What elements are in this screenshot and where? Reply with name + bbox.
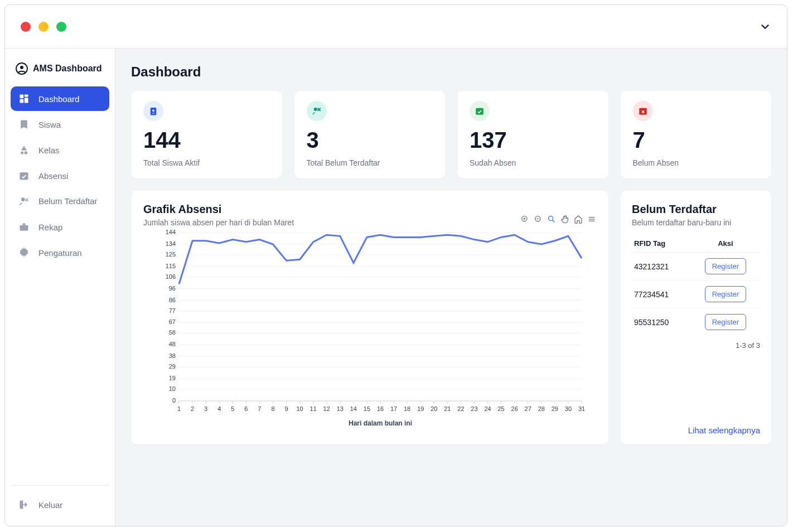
page-title: Dashboard bbox=[131, 64, 771, 80]
sidebar-item-label: Dashboard bbox=[38, 94, 79, 104]
logout-button[interactable]: Keluar bbox=[11, 494, 109, 516]
svg-rect-4 bbox=[25, 98, 28, 103]
see-more-link[interactable]: Lihat selengkapnya bbox=[688, 425, 760, 435]
svg-text:26: 26 bbox=[511, 405, 518, 412]
stat-label: Total Belum Terdaftar bbox=[307, 158, 433, 167]
logout-label: Keluar bbox=[38, 500, 62, 510]
svg-point-6 bbox=[23, 122, 25, 124]
col-rfid: RFID Tag bbox=[632, 235, 691, 253]
badge-icon bbox=[143, 101, 163, 121]
home-icon[interactable] bbox=[574, 215, 583, 224]
register-button[interactable]: Register bbox=[705, 258, 746, 274]
table-row: 43212321 Register bbox=[632, 253, 760, 280]
svg-text:15: 15 bbox=[364, 405, 370, 412]
register-button[interactable]: Register bbox=[705, 314, 746, 330]
table-row: 95531250 Register bbox=[632, 308, 760, 336]
stat-label: Sudah Absen bbox=[470, 158, 596, 167]
svg-text:125: 125 bbox=[166, 251, 176, 258]
zoom-in-icon[interactable] bbox=[520, 215, 529, 224]
sidebar-item-pengaturan[interactable]: Pengaturan bbox=[11, 240, 109, 265]
svg-text:30: 30 bbox=[565, 405, 572, 412]
brand-name: AMS Dashboard bbox=[33, 64, 102, 74]
close-window-icon[interactable] bbox=[21, 22, 31, 32]
svg-text:20: 20 bbox=[431, 405, 437, 412]
stat-value: 137 bbox=[470, 128, 596, 153]
sidebar: AMS Dashboard Dashboard Siswa Kelas Abs bbox=[5, 49, 115, 526]
stat-card-belum-absen: 7 Belum Absen bbox=[621, 91, 772, 178]
rfid-tag: 77234541 bbox=[632, 280, 691, 308]
svg-text:12: 12 bbox=[323, 405, 330, 412]
stat-card-belum-terdaftar: 3 Total Belum Terdaftar bbox=[294, 91, 446, 178]
table-pager: 1-3 of 3 bbox=[632, 341, 760, 350]
sidebar-item-rekap[interactable]: Rekap bbox=[11, 215, 109, 239]
svg-text:18: 18 bbox=[404, 405, 410, 412]
sidebar-item-belum-terdaftar[interactable]: Belum Terdaftar bbox=[11, 189, 109, 214]
briefcase-icon bbox=[18, 221, 30, 233]
chart-toolbar bbox=[143, 215, 596, 224]
svg-text:8: 8 bbox=[271, 405, 274, 412]
unreg-title: Belum Terdaftar bbox=[632, 203, 760, 216]
svg-text:10: 10 bbox=[296, 405, 303, 412]
svg-text:38: 38 bbox=[169, 352, 176, 359]
svg-text:0: 0 bbox=[172, 397, 176, 404]
svg-text:77: 77 bbox=[169, 307, 176, 314]
gear-icon bbox=[18, 247, 30, 258]
zoom-out-icon[interactable] bbox=[534, 215, 543, 224]
sidebar-item-dashboard[interactable]: Dashboard bbox=[11, 86, 109, 111]
sidebar-item-label: Pengaturan bbox=[38, 248, 82, 258]
chart-title: Grafik Absensi bbox=[143, 203, 596, 216]
svg-text:17: 17 bbox=[390, 405, 397, 412]
svg-text:4: 4 bbox=[217, 405, 221, 412]
svg-text:11: 11 bbox=[310, 405, 317, 412]
rfid-tag: 95531250 bbox=[632, 308, 691, 336]
logout-icon bbox=[18, 499, 30, 510]
chevron-down-icon[interactable] bbox=[759, 21, 771, 33]
svg-text:23: 23 bbox=[471, 405, 477, 412]
table-row: 77234541 Register bbox=[632, 280, 760, 308]
menu-icon[interactable] bbox=[587, 215, 596, 224]
traffic-lights bbox=[21, 22, 66, 32]
pan-icon[interactable] bbox=[560, 215, 569, 224]
svg-text:29: 29 bbox=[169, 363, 176, 370]
svg-text:28: 28 bbox=[538, 405, 545, 412]
sidebar-divider bbox=[11, 485, 109, 486]
window-titlebar bbox=[5, 5, 787, 49]
svg-point-31 bbox=[549, 216, 553, 221]
register-button[interactable]: Register bbox=[705, 286, 746, 302]
svg-text:6: 6 bbox=[244, 405, 248, 412]
svg-rect-3 bbox=[25, 95, 28, 97]
sidebar-item-kelas[interactable]: Kelas bbox=[11, 138, 109, 162]
stat-card-sudah-absen: 137 Sudah Absen bbox=[457, 91, 608, 178]
svg-point-19 bbox=[313, 108, 317, 111]
stat-card-total-aktif: 144 Total Siswa Aktif bbox=[131, 91, 282, 178]
svg-text:144: 144 bbox=[166, 229, 176, 235]
maximize-window-icon[interactable] bbox=[56, 22, 66, 32]
svg-marker-7 bbox=[21, 146, 27, 151]
sidebar-item-label: Absensi bbox=[38, 171, 68, 181]
svg-text:7: 7 bbox=[258, 405, 261, 412]
svg-line-32 bbox=[553, 220, 555, 223]
svg-rect-22 bbox=[476, 108, 483, 115]
unregistered-card: Belum Terdaftar Belum terdaftar baru-bar… bbox=[621, 191, 771, 444]
sidebar-item-label: Rekap bbox=[38, 223, 62, 232]
sidebar-item-siswa[interactable]: Siswa bbox=[11, 112, 109, 137]
minimize-window-icon[interactable] bbox=[38, 22, 49, 32]
search-icon[interactable] bbox=[547, 215, 556, 224]
svg-text:67: 67 bbox=[169, 318, 176, 325]
class-icon bbox=[18, 144, 30, 156]
svg-text:48: 48 bbox=[169, 341, 176, 347]
svg-text:16: 16 bbox=[377, 405, 384, 412]
stat-label: Total Siswa Aktif bbox=[143, 158, 270, 167]
svg-text:2: 2 bbox=[191, 405, 194, 412]
svg-text:1: 1 bbox=[177, 405, 181, 412]
stat-value: 144 bbox=[143, 128, 270, 153]
svg-text:115: 115 bbox=[166, 263, 176, 269]
sidebar-item-absensi[interactable]: Absensi bbox=[11, 163, 109, 188]
svg-text:106: 106 bbox=[166, 273, 176, 280]
calendar-check-icon bbox=[470, 101, 490, 121]
svg-rect-15 bbox=[20, 225, 28, 231]
rfid-tag: 43212321 bbox=[632, 253, 691, 280]
unreg-table: RFID Tag Aksi 43212321 Register 77234541… bbox=[632, 235, 760, 336]
svg-text:5: 5 bbox=[231, 405, 234, 412]
svg-point-8 bbox=[21, 152, 23, 154]
